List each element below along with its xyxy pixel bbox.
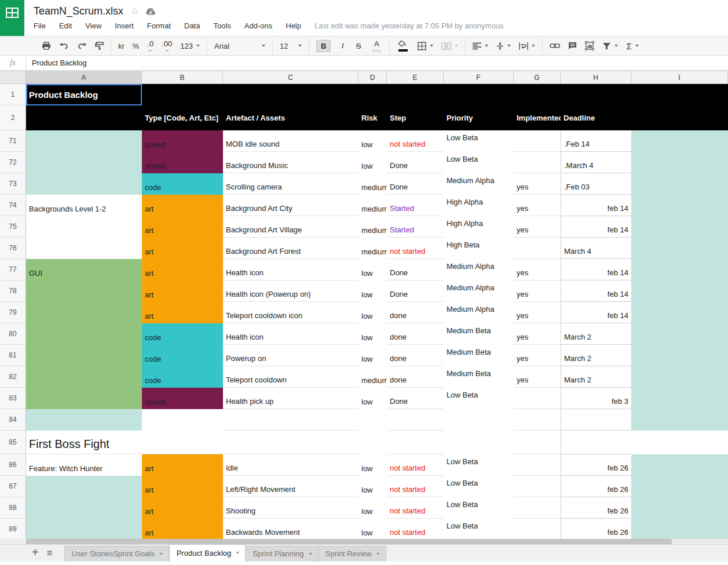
cell-F77[interactable]: Medium Alpha [444,259,514,280]
cell-D77[interactable]: low [358,259,387,280]
cell-A84[interactable] [26,409,142,431]
cell-I79[interactable] [631,302,728,323]
cell-H87[interactable]: feb 26 [561,476,631,497]
column-header-G[interactable]: G [514,71,561,84]
cell-B84[interactable] [142,409,223,431]
header-cell-c[interactable]: Artefact / Assets [223,105,358,130]
chevron-down-icon[interactable] [376,553,380,555]
paint-format-button[interactable] [95,42,104,50]
cell-A82[interactable] [26,366,142,388]
cell-G89[interactable] [514,519,561,539]
cell-C87[interactable]: Left/Right Movement [223,476,358,497]
text-color-button[interactable]: A [371,39,382,53]
cell-G79[interactable]: yes [514,302,561,323]
cell-B74[interactable]: art [142,195,223,216]
cell-H79[interactable]: feb 14 [561,302,631,323]
cell-H85[interactable] [561,431,631,454]
cell-C89[interactable]: Backwards Movement [223,519,358,539]
cell-D81[interactable]: low [358,345,387,366]
cell-A80[interactable] [26,323,142,345]
cell-A83[interactable] [26,388,142,409]
cell-H74[interactable]: feb 14 [561,195,631,216]
sheet-tab-product-backlog[interactable]: Product Backlog [169,544,246,562]
cell-E1[interactable] [387,84,444,105]
cell-I78[interactable] [631,280,728,302]
insert-link-button[interactable] [550,43,560,49]
cell-E74[interactable]: Started [387,195,444,216]
bold-button[interactable]: B [316,40,331,52]
cell-D83[interactable]: low [358,388,387,409]
cell-I89[interactable] [631,519,728,539]
cell-A79[interactable] [26,302,142,323]
cell-I81[interactable] [631,345,728,366]
sheets-logo-icon[interactable] [0,0,24,36]
cell-H76[interactable]: March 4 [561,238,631,259]
cell-D82[interactable]: medium [358,366,387,388]
cell-G72[interactable] [514,152,561,173]
row-number[interactable]: 89 [0,519,26,539]
cell-C73[interactable]: Scrolling camera [223,173,358,195]
cell-C75[interactable]: Background Art Village [223,216,358,238]
horizontal-scrollbar[interactable] [0,539,728,544]
cell-I76[interactable] [631,238,728,259]
menu-data[interactable]: Data [184,21,200,30]
cell-D74[interactable]: medium [358,195,387,216]
cell-G77[interactable]: yes [514,259,561,280]
vertical-align-button[interactable] [496,42,511,50]
cell-I85[interactable] [631,431,728,454]
cell-E89[interactable]: not started [387,519,444,539]
header-cell-h[interactable]: Deadline [561,105,631,130]
star-icon[interactable]: ☆ [130,5,139,17]
cell-B78[interactable]: art [142,280,223,302]
cell-C74[interactable]: Background Art City [223,195,358,216]
chevron-down-icon[interactable] [236,552,239,554]
cell-I72[interactable] [631,152,728,173]
cell-A88[interactable] [26,497,142,519]
row-number[interactable]: 76 [0,238,26,259]
cell-C1[interactable] [223,84,358,105]
cell-C86[interactable]: Idle [223,454,358,476]
cell-B72[interactable]: sound [142,152,223,173]
cell-I73[interactable] [631,173,728,195]
cell-H84[interactable] [561,409,631,431]
cell-C78[interactable]: Health icon (Powerup on) [223,280,358,302]
cell-H72[interactable]: .March 4 [561,152,631,173]
cell-E76[interactable]: not started [387,238,444,259]
document-title[interactable]: TeamN_Scrum.xlsx [34,5,123,17]
currency-format-button[interactable]: kr [118,42,125,50]
drive-icon[interactable] [146,8,155,16]
cell-H88[interactable]: feb 26 [561,497,631,519]
sheet-tab-user-storiessprint-goals[interactable]: User StoriesSprint Goals [64,546,169,562]
row-number[interactable]: 72 [0,152,26,173]
cell-E73[interactable]: Done [387,173,444,195]
cell-G75[interactable]: yes [514,216,561,238]
cell-I87[interactable] [631,476,728,497]
percent-format-button[interactable]: % [133,42,140,50]
menu-help[interactable]: Help [286,21,301,30]
column-header-H[interactable]: H [561,71,631,84]
cell-B88[interactable]: art [142,497,223,519]
cell-D85[interactable] [358,431,387,454]
cell-H86[interactable]: feb 26 [561,454,631,476]
cell-A74[interactable]: Backgrounds Level 1-2 [26,195,142,216]
row-number[interactable]: 78 [0,280,26,302]
scrollbar-thumb[interactable] [26,539,672,544]
cell-G86[interactable] [514,454,561,476]
cell-I75[interactable] [631,216,728,238]
text-wrap-button[interactable] [519,42,535,50]
cell-D72[interactable]: low [358,152,387,173]
cell-E83[interactable]: Done [387,388,444,409]
column-header-C[interactable]: C [223,71,358,84]
cell-H71[interactable]: .Feb 14 [561,130,631,152]
menu-edit[interactable]: Edit [59,21,72,30]
cell-D79[interactable]: low [358,302,387,323]
cell-E80[interactable]: done [387,323,444,345]
italic-button[interactable]: I [339,40,346,52]
cell-H78[interactable]: feb 14 [561,280,631,302]
cell-D73[interactable]: medium [358,173,387,195]
increase-decimal-button[interactable]: .00→ [162,39,172,52]
column-header-B[interactable]: B [142,71,223,84]
row-number[interactable]: 86 [0,454,26,476]
cell-F89[interactable]: Low Beta [444,519,514,539]
row-number[interactable]: 2 [0,105,26,130]
